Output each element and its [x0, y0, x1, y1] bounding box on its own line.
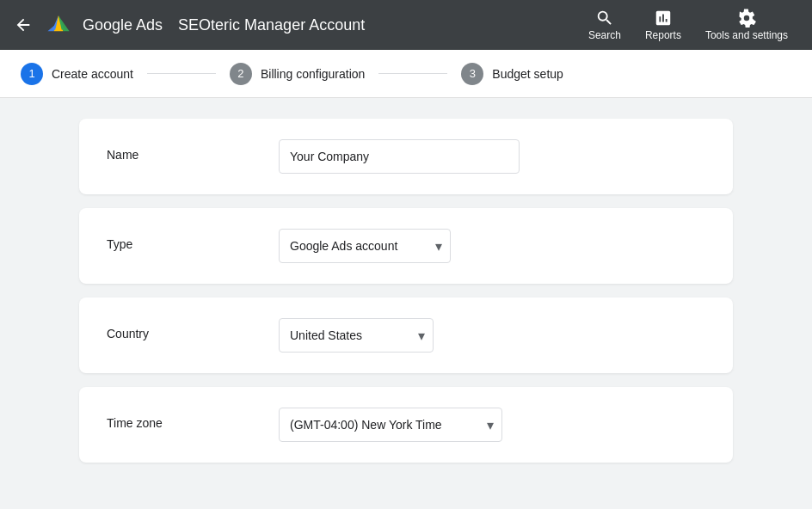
step-1-label: Create account [52, 67, 133, 81]
reports-icon [654, 9, 673, 28]
step-2-label: Billing configuration [261, 67, 365, 81]
timezone-select[interactable]: (GMT-04:00) New York Time (GMT-05:00) Ch… [279, 408, 502, 442]
step-connector-2 [378, 73, 447, 74]
step-1: 1 Create account [21, 63, 133, 85]
country-select[interactable]: United States Canada United Kingdom Aust… [279, 318, 434, 353]
type-select[interactable]: Google Ads account Manager account [279, 229, 451, 263]
step-connector-1 [147, 73, 216, 74]
timezone-label: Time zone [107, 408, 279, 430]
back-button[interactable] [14, 15, 33, 34]
step-2-circle: 2 [230, 63, 252, 85]
timezone-select-wrapper: (GMT-04:00) New York Time (GMT-05:00) Ch… [279, 408, 502, 442]
reports-label: Reports [645, 29, 681, 41]
tools-label: Tools and settings [705, 29, 788, 41]
search-icon [595, 9, 614, 28]
type-label: Type [107, 229, 279, 251]
type-card: Type Google Ads account Manager account … [79, 208, 733, 284]
tools-nav-button[interactable]: Tools and settings [695, 2, 798, 48]
step-1-circle: 1 [21, 63, 43, 85]
country-label: Country [107, 318, 279, 340]
country-card: Country United States Canada United King… [79, 297, 733, 373]
nav-actions: Search Reports Tools and settings [578, 2, 798, 48]
name-card: Name [79, 119, 733, 194]
country-select-wrapper: United States Canada United Kingdom Aust… [279, 318, 434, 353]
country-field: United States Canada United Kingdom Aust… [279, 318, 705, 353]
reports-nav-button[interactable]: Reports [635, 2, 692, 48]
account-name: SEOteric Manager Account [178, 16, 365, 34]
type-field: Google Ads account Manager account ▾ [279, 229, 705, 263]
logo-area: Google Ads SEOteric Manager Account [43, 9, 365, 40]
type-select-wrapper: Google Ads account Manager account ▾ [279, 229, 451, 263]
timezone-card: Time zone (GMT-04:00) New York Time (GMT… [79, 387, 733, 463]
type-row: Type Google Ads account Manager account … [79, 208, 733, 284]
name-label: Name [107, 139, 279, 162]
search-nav-button[interactable]: Search [578, 2, 631, 48]
stepper: 1 Create account 2 Billing configuration… [0, 50, 812, 98]
name-input[interactable] [279, 139, 520, 174]
tools-icon [737, 9, 756, 28]
brand-name: Google Ads [83, 16, 163, 34]
timezone-row: Time zone (GMT-04:00) New York Time (GMT… [79, 387, 733, 463]
country-row: Country United States Canada United King… [79, 297, 733, 373]
main-content: Name Type Google Ads account Manager acc… [0, 98, 812, 497]
step-3-circle: 3 [461, 63, 483, 85]
step-3: 3 Budget setup [461, 63, 563, 85]
google-ads-logo [43, 9, 74, 40]
step-3-label: Budget setup [492, 67, 563, 81]
name-row: Name [79, 119, 733, 194]
top-navigation: Google Ads SEOteric Manager Account Sear… [0, 0, 812, 50]
step-2: 2 Billing configuration [230, 63, 365, 85]
search-label: Search [588, 29, 621, 41]
name-field [279, 139, 705, 174]
timezone-field: (GMT-04:00) New York Time (GMT-05:00) Ch… [279, 408, 705, 442]
